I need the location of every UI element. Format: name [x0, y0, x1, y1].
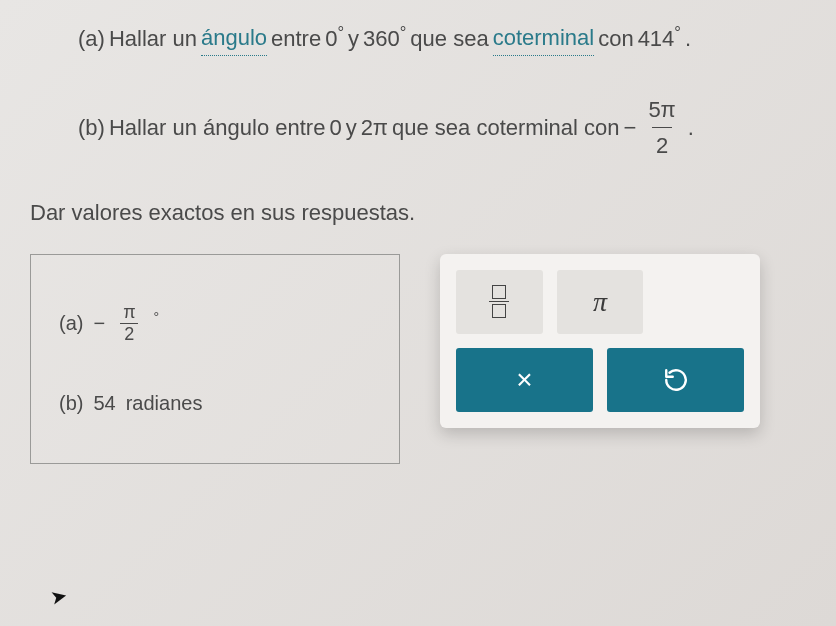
link-angulo[interactable]: ángulo: [201, 20, 267, 56]
fraction-icon: [489, 285, 509, 319]
qa-text4: con: [598, 21, 633, 56]
qb-y: y: [346, 110, 357, 145]
qa-period: .: [685, 21, 691, 56]
qb-fraction: 5π 2: [644, 92, 679, 163]
answer-a-row: (a) − π 2 °: [59, 302, 371, 345]
question-a: (a) Hallar un ángulo entre 0° y 360° que…: [30, 20, 806, 56]
qb-minus: −: [624, 110, 637, 145]
answer-b-unit: radianes: [126, 392, 203, 415]
qb-text2: que sea coterminal con: [392, 110, 619, 145]
close-icon: ×: [516, 364, 532, 396]
qa-text2: entre: [271, 21, 321, 56]
tool-panel: π ×: [440, 254, 760, 428]
fraction-button[interactable]: [456, 270, 543, 334]
undo-button[interactable]: [607, 348, 744, 412]
answer-a-unit: °: [154, 309, 160, 325]
answer-a-den: 2: [120, 323, 138, 345]
qb-val2: 2π: [361, 110, 388, 145]
question-b: (b) Hallar un ángulo entre 0 y 2π que se…: [30, 92, 806, 163]
undo-icon: [663, 367, 689, 393]
answer-b-label: (b): [59, 392, 83, 415]
answer-b-value: 54: [93, 392, 115, 415]
answer-box: (a) − π 2 ° (b) 54 radianes: [30, 254, 400, 464]
pi-button[interactable]: π: [557, 270, 644, 334]
answer-a-fraction: π 2: [119, 302, 139, 345]
answer-a-num: π: [119, 302, 139, 323]
qa-text3: que sea: [410, 21, 488, 56]
qb-text1: Hallar un ángulo entre: [109, 110, 325, 145]
qa-val2: 360°: [363, 21, 406, 56]
tool-row-1: π: [456, 270, 744, 334]
answer-a-minus: −: [93, 312, 105, 335]
qb-label: (b): [78, 110, 105, 145]
pi-label: π: [593, 286, 607, 318]
qa-text1: Hallar un: [109, 21, 197, 56]
qb-frac-num: 5π: [644, 92, 679, 127]
answer-b-row: (b) 54 radianes: [59, 392, 371, 415]
answer-a-label: (a): [59, 312, 83, 335]
qa-y: y: [348, 21, 359, 56]
tool-row-2: ×: [456, 348, 744, 412]
bottom-section: (a) − π 2 ° (b) 54 radianes π: [30, 254, 806, 464]
instruction-text: Dar valores exactos en sus respuestas.: [30, 200, 806, 226]
qb-period: .: [688, 110, 694, 145]
link-coterminal[interactable]: coterminal: [493, 20, 594, 56]
qb-val1: 0: [329, 110, 341, 145]
qa-val3: 414°: [638, 21, 681, 56]
qa-val1: 0°: [325, 21, 344, 56]
close-button[interactable]: ×: [456, 348, 593, 412]
qb-frac-den: 2: [652, 127, 672, 163]
cursor-icon: ➤: [48, 582, 70, 609]
qa-label: (a): [78, 21, 105, 56]
